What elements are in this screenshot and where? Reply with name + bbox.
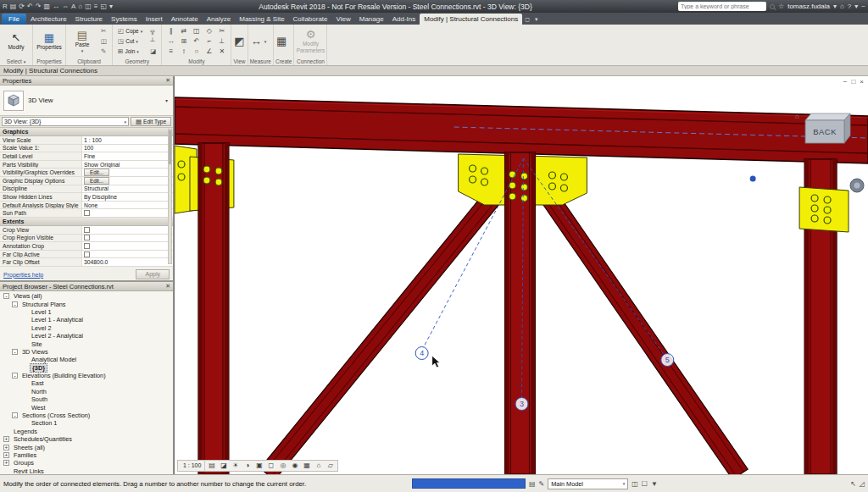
rotate-icon[interactable]: ↶ [190, 36, 203, 47]
tree-item-north[interactable]: North [0, 388, 173, 395]
detail-level-value[interactable]: Fine [81, 152, 173, 160]
create-group-icon[interactable]: ▦ [276, 35, 287, 47]
align-icon[interactable]: ∥ [164, 26, 177, 36]
tree-item-schedules[interactable]: Schedules/Quantities [0, 435, 173, 443]
help-button[interactable]: ? [848, 3, 851, 10]
viewcube-home-icon[interactable]: ⌂ [795, 113, 799, 120]
far-clip-offset-value[interactable]: 304800.0 [81, 258, 173, 266]
scale-button[interactable]: 1 : 100 [180, 461, 205, 471]
vg-overrides-edit-button[interactable]: Edit... [84, 169, 109, 176]
tree-item-sections[interactable]: Sections (Cross Section) [0, 412, 173, 419]
beam-column-joins-button[interactable]: ╦ [147, 26, 159, 36]
copy-clipboard-button[interactable]: ◫ [98, 36, 109, 46]
paint-button[interactable]: ◪ [147, 47, 159, 56]
close-properties-icon[interactable]: ✕ [165, 77, 170, 84]
worksets-icon[interactable]: ▤ [529, 480, 536, 488]
tab-annotate[interactable]: Annotate [167, 14, 203, 25]
default-3d-view-icon[interactable]: ⌂ [78, 3, 82, 10]
design-option-select[interactable]: Main Model▾ [548, 478, 628, 489]
temporary-view-properties-icon[interactable]: ▦ [301, 461, 312, 471]
paste-button[interactable]: ▤ Paste ▾ [69, 25, 96, 57]
project-browser-header[interactable]: Project Browser - Steel Connections.rvt … [0, 282, 173, 291]
text-icon[interactable]: A [71, 3, 75, 10]
cut-clipboard-button[interactable]: ✂ [98, 26, 109, 36]
expander-icon[interactable] [3, 436, 9, 442]
crop-region-visible-checkbox[interactable] [84, 235, 90, 240]
sun-path-icon[interactable]: ☀ [230, 461, 241, 471]
ribbon-collapse-icon[interactable]: ▾ [532, 14, 541, 25]
view-scale-value[interactable]: 1 : 100 [81, 136, 173, 144]
delete-icon[interactable]: ✕ [215, 47, 228, 57]
measure-tool-icon[interactable]: ↔ [251, 35, 262, 47]
tree-item-analytical-model[interactable]: Analytical Model [0, 356, 173, 363]
selector-caret-icon[interactable]: ▾ [165, 97, 168, 103]
sun-path-checkbox[interactable] [84, 210, 90, 216]
extend-icon[interactable]: ⊥ [215, 36, 228, 47]
section-icon[interactable]: ◫ [85, 3, 92, 10]
view-minimize-icon[interactable]: − [843, 78, 848, 86]
extents-section-header[interactable]: Extents▴ [0, 218, 173, 226]
thin-lines-icon[interactable]: ≡ [94, 3, 98, 10]
panel-label-select[interactable]: Select ▾ [0, 58, 32, 65]
minimize-button[interactable]: − [861, 3, 865, 10]
editable-only-icon[interactable]: ☐ [642, 480, 648, 488]
redo-icon[interactable]: ↷ [36, 3, 42, 10]
array-icon[interactable]: ≡ [164, 47, 177, 57]
tab-add-ins[interactable]: Add-Ins [388, 14, 420, 25]
undo-icon[interactable]: ↶ [27, 3, 33, 10]
tree-item-level1[interactable]: Level 1 [0, 308, 173, 316]
steel-column-middle[interactable] [505, 152, 536, 474]
show-crop-icon[interactable]: ◻ [265, 461, 276, 471]
type-selector[interactable]: 3D View ▾ [0, 86, 173, 116]
graphics-section-header[interactable]: Graphics▴ [0, 128, 173, 136]
modify-parameters-button[interactable]: ⚙ Modify Parameters [297, 25, 324, 57]
ribbon-cycle-icon[interactable]: ◻ [522, 14, 532, 25]
view-restore-icon[interactable]: □ [851, 78, 855, 86]
properties-help-link[interactable]: Properties help [3, 272, 43, 278]
3d-view-canvas[interactable]: 4 3 5 ⌂ BACK [175, 76, 868, 474]
modify-button[interactable]: ↖ Modify [3, 25, 30, 57]
search-icon[interactable] [770, 4, 775, 9]
exchange-apps-icon[interactable]: ⌂ [840, 3, 844, 10]
filter-icon[interactable]: ▼ [651, 480, 658, 488]
tree-item-level2-analytical[interactable]: Level 2 - Analytical [0, 332, 173, 340]
connection-control-point[interactable] [750, 176, 756, 182]
copy-icon[interactable]: ⊞ [177, 36, 190, 47]
user-account-button[interactable]: tomasz.fudala [787, 3, 830, 10]
expander-icon[interactable] [12, 349, 18, 355]
cut-geometry-button[interactable]: ◳Cut▾ [115, 36, 145, 46]
expander-icon[interactable] [3, 460, 9, 466]
tree-item-site[interactable]: Site [0, 340, 173, 347]
tab-massing-site[interactable]: Massing & Site [235, 14, 288, 25]
tree-item-section1[interactable]: Section 1 [0, 419, 173, 427]
far-clip-active-checkbox[interactable] [84, 252, 90, 257]
edit-type-button[interactable]: ▦Edit Type [131, 117, 171, 126]
move-icon[interactable]: ↔ [164, 36, 177, 47]
tree-item-west[interactable]: West [0, 403, 173, 411]
tree-item-revit-links[interactable]: Revit Links [0, 467, 173, 474]
diagonal-brace-right[interactable] [529, 174, 748, 474]
select-toggle-icon[interactable]: ↖ [850, 480, 856, 488]
expander-icon[interactable] [12, 412, 18, 418]
tree-item-sheets[interactable]: Sheets (all) [0, 443, 173, 451]
properties-scrollbar[interactable] [168, 129, 172, 264]
properties-button[interactable]: ▦ Properties [36, 25, 63, 57]
expander-icon[interactable] [3, 293, 9, 299]
view-close-icon[interactable]: × [860, 78, 864, 86]
save-icon[interactable]: ▤ [10, 3, 17, 10]
tab-insert[interactable]: Insert [142, 14, 167, 25]
visibility-icon[interactable]: ◩ [234, 35, 244, 47]
tab-analyze[interactable]: Analyze [203, 14, 235, 25]
tab-systems[interactable]: Systems [107, 14, 142, 25]
cope-button[interactable]: ◰Cope▾ [115, 26, 145, 36]
tab-modify-structural-connections[interactable]: Modify | Structural Connections [420, 14, 522, 25]
expander-icon[interactable] [12, 301, 18, 307]
tree-item-3d[interactable]: {3D} [0, 364, 173, 372]
editing-requests-icon[interactable]: ✎ [539, 480, 545, 488]
tree-item-views[interactable]: Views (all) [0, 292, 173, 300]
drawing-area[interactable]: 4 3 5 ⌂ BACK [174, 76, 868, 474]
order-annotation-5[interactable]: 5 [661, 354, 674, 367]
diagonal-brace-left[interactable] [260, 172, 516, 474]
properties-header[interactable]: Properties ✕ [0, 76, 173, 86]
switch-windows-icon[interactable]: ◱ [100, 3, 107, 10]
